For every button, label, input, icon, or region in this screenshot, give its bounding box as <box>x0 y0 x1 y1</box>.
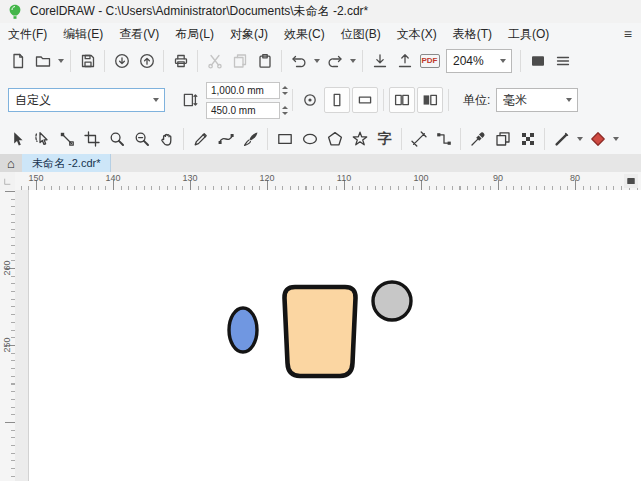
welcome-home-button[interactable]: ⌂ <box>0 154 22 172</box>
copy-button[interactable] <box>227 48 252 73</box>
shape-orange-rounded-rectangle[interactable] <box>284 287 355 376</box>
menu-effects[interactable]: 效果(C) <box>276 23 333 45</box>
rectangle-tool[interactable] <box>272 126 297 152</box>
fill-tool[interactable] <box>490 126 515 152</box>
crop-tool-icon <box>84 131 100 147</box>
publish-pdf-button[interactable]: PDF <box>417 48 442 73</box>
coreldraw-logo-icon <box>7 4 23 20</box>
ruler-origin-corner[interactable] <box>0 172 16 191</box>
shape-blue-ellipse[interactable] <box>229 308 257 352</box>
bezier-tool[interactable] <box>213 126 238 152</box>
menu-layout[interactable]: 布局(L) <box>167 23 222 45</box>
view-options-icon <box>555 53 571 69</box>
cloud-open-button[interactable] <box>109 48 134 73</box>
menu-object[interactable]: 对象(J) <box>222 23 276 45</box>
bezier-curve-icon <box>218 131 234 147</box>
rectangle-icon <box>277 131 293 147</box>
polygon-icon <box>327 131 343 147</box>
pan-tool[interactable] <box>154 126 179 152</box>
print-button[interactable] <box>168 48 193 73</box>
cut-button[interactable] <box>202 48 227 73</box>
shape-gray-circle[interactable] <box>373 282 411 320</box>
horizontal-ruler[interactable]: 150 140 130 120 110 100 90 80 <box>15 172 641 191</box>
ruler-label: 120 <box>259 173 274 183</box>
print-icon <box>173 53 189 69</box>
outline-pen-tool[interactable] <box>549 126 574 152</box>
open-button[interactable] <box>30 48 55 73</box>
text-tool[interactable]: 字 <box>372 126 397 152</box>
dimension-tool[interactable] <box>406 126 431 152</box>
cloud-save-button[interactable] <box>134 48 159 73</box>
ellipse-tool[interactable] <box>297 126 322 152</box>
menu-table[interactable]: 表格(T) <box>445 23 500 45</box>
transparency-tool[interactable] <box>515 126 540 152</box>
menu-edit[interactable]: 编辑(E) <box>55 23 111 45</box>
property-options-button[interactable] <box>298 88 322 112</box>
freehand-tool[interactable] <box>188 126 213 152</box>
page-width-stepper[interactable] <box>282 86 288 95</box>
current-page-button[interactable] <box>417 87 443 113</box>
units-label: 单位: <box>463 92 490 109</box>
interactive-fill-dropdown[interactable] <box>610 127 621 152</box>
zoom-out-tool[interactable] <box>129 126 154 152</box>
pdf-icon: PDF <box>420 54 440 68</box>
view-toggle-icon <box>626 176 636 186</box>
units-dropdown[interactable] <box>561 89 577 111</box>
import-button[interactable] <box>367 48 392 73</box>
open-dropdown[interactable] <box>55 48 66 73</box>
page-width-input[interactable]: 1,000.0 mm <box>206 82 280 99</box>
redo-button[interactable] <box>322 48 347 73</box>
units-combobox[interactable]: 毫米 <box>496 88 578 112</box>
menu-overflow-icon[interactable]: ≡ <box>624 26 632 42</box>
page-preset-dropdown[interactable] <box>148 89 164 111</box>
page-height-input[interactable]: 450.0 mm <box>206 102 280 119</box>
portrait-orientation-button[interactable] <box>324 87 350 113</box>
outline-pen-dropdown[interactable] <box>574 127 585 152</box>
eyedropper-tool[interactable] <box>465 126 490 152</box>
pick-tool[interactable] <box>4 126 29 152</box>
undo-button[interactable] <box>286 48 311 73</box>
page-height-stepper[interactable] <box>282 106 288 115</box>
fill-pages-icon <box>495 131 511 147</box>
freehand-pick-tool[interactable] <box>29 126 54 152</box>
units-value: 毫米 <box>497 92 561 109</box>
connector-tool[interactable] <box>431 126 456 152</box>
save-button[interactable] <box>75 48 100 73</box>
view-options-button[interactable] <box>550 48 575 73</box>
fullscreen-preview-button[interactable] <box>525 48 550 73</box>
menu-view[interactable]: 查看(V) <box>111 23 167 45</box>
zoom-level-combobox[interactable]: 204% <box>446 49 512 73</box>
artistic-media-tool[interactable] <box>238 126 263 152</box>
polygon-tool[interactable] <box>322 126 347 152</box>
zoom-tool[interactable] <box>104 126 129 152</box>
document-tab-active[interactable]: 未命名 -2.cdr* <box>22 154 111 172</box>
landscape-orientation-button[interactable] <box>352 87 378 113</box>
crop-tool[interactable] <box>79 126 104 152</box>
toolbox: 字 <box>0 124 641 155</box>
ruler-label: 130 <box>182 173 197 183</box>
menu-file[interactable]: 文件(F) <box>0 23 55 45</box>
outline-pen-icon <box>554 131 570 147</box>
common-shapes-tool[interactable] <box>347 126 372 152</box>
redo-dropdown[interactable] <box>347 48 358 73</box>
pan-hand-icon <box>159 131 175 147</box>
paste-button[interactable] <box>252 48 277 73</box>
canvas-view-toggle-button[interactable] <box>624 174 638 188</box>
page-preset-combobox[interactable]: 自定义 <box>8 88 165 112</box>
chevron-down-icon <box>500 59 506 63</box>
chevron-down-icon <box>58 59 64 63</box>
menu-text[interactable]: 文本(X) <box>389 23 445 45</box>
interactive-fill-tool[interactable] <box>585 126 610 152</box>
menu-bar: 文件(F) 编辑(E) 查看(V) 布局(L) 对象(J) 效果(C) 位图(B… <box>0 23 641 45</box>
shape-tool[interactable] <box>54 126 79 152</box>
standard-toolbar: PDF 204% <box>0 45 641 77</box>
export-button[interactable] <box>392 48 417 73</box>
new-document-button[interactable] <box>5 48 30 73</box>
menu-bitmaps[interactable]: 位图(B) <box>333 23 389 45</box>
zoom-dropdown[interactable] <box>495 50 511 72</box>
toolbar-separator <box>520 50 521 72</box>
menu-tools[interactable]: 工具(O) <box>500 23 557 45</box>
page-dimensions-icon <box>178 88 202 112</box>
all-pages-button[interactable] <box>389 87 415 113</box>
undo-dropdown[interactable] <box>311 48 322 73</box>
